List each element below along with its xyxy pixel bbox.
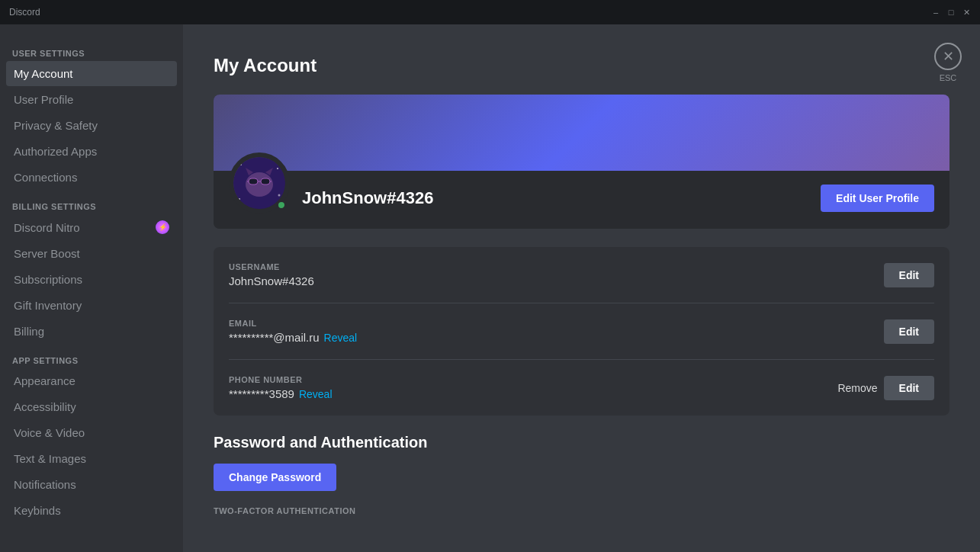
user-settings-section-label: User Settings [6, 43, 177, 61]
maximize-button[interactable]: □ [946, 8, 956, 17]
app-title: Discord [9, 7, 40, 18]
email-edit-button[interactable]: Edit [884, 319, 934, 344]
sidebar-item-gift-inventory[interactable]: Gift Inventory [6, 293, 177, 318]
billing-settings-section-label: Billing Settings [6, 196, 177, 214]
username-edit-button[interactable]: Edit [884, 263, 934, 287]
titlebar: Discord – □ ✕ [0, 0, 980, 24]
username-display: JohnSnow#4326 [302, 188, 808, 208]
email-value: **********@mail.ruReveal [229, 331, 884, 344]
change-password-button[interactable]: Change Password [214, 464, 336, 491]
sidebar-item-connections[interactable]: Connections [6, 165, 177, 190]
page-title: My Account [214, 55, 949, 76]
esc-label: ESC [940, 73, 957, 82]
phone-reveal-link[interactable]: Reveal [299, 388, 333, 400]
content-area: ✕ ESC My Account [183, 24, 980, 552]
username-actions: Edit [884, 263, 934, 287]
phone-label: PHONE NUMBER [229, 375, 837, 384]
username-field-content: USERNAME JohnSnow#4326 [229, 262, 884, 287]
sidebar: User Settings My Account User Profile Pr… [0, 24, 183, 552]
phone-actions: Remove Edit [837, 376, 934, 400]
sidebar-item-discord-nitro[interactable]: Discord Nitro ⚡ [6, 214, 177, 240]
phone-value: *********3589Reveal [229, 387, 837, 400]
account-fields-section: USERNAME JohnSnow#4326 Edit EMAIL ******… [214, 247, 949, 416]
sidebar-item-accessibility[interactable]: Accessibility [6, 394, 177, 419]
sidebar-item-voice-video[interactable]: Voice & Video [6, 420, 177, 445]
phone-field-row: PHONE NUMBER *********3589Reveal Remove … [229, 360, 934, 416]
username-label: USERNAME [229, 262, 884, 271]
password-section-title: Password and Authentication [214, 434, 949, 451]
phone-field-content: PHONE NUMBER *********3589Reveal [229, 375, 837, 400]
svg-point-11 [239, 198, 240, 200]
svg-point-12 [278, 194, 281, 197]
sidebar-item-billing[interactable]: Billing [6, 319, 177, 344]
username-value: JohnSnow#4326 [229, 274, 884, 287]
sidebar-item-authorized-apps[interactable]: Authorized Apps [6, 139, 177, 164]
svg-rect-4 [249, 178, 258, 185]
phone-masked: *********3589 [229, 387, 294, 400]
email-actions: Edit [884, 319, 934, 344]
close-settings-button[interactable]: ✕ [934, 43, 962, 70]
app-settings-section-label: App Settings [6, 350, 177, 368]
status-indicator [276, 200, 287, 210]
svg-point-1 [246, 172, 273, 197]
sidebar-item-server-boost[interactable]: Server Boost [6, 241, 177, 266]
profile-card: JohnSnow#4326 Edit User Profile [214, 95, 949, 229]
username-field-row: USERNAME JohnSnow#4326 Edit [229, 247, 934, 303]
profile-info: JohnSnow#4326 Edit User Profile [214, 171, 949, 229]
sidebar-item-notifications[interactable]: Notifications [6, 472, 177, 497]
sidebar-item-user-profile[interactable]: User Profile [6, 87, 177, 112]
email-field-content: EMAIL **********@mail.ruReveal [229, 319, 884, 344]
phone-edit-button[interactable]: Edit [884, 376, 934, 400]
avatar-wrap [229, 152, 290, 213]
svg-point-10 [277, 168, 278, 169]
two-fa-label: TWO-FACTOR AUTHENTICATION [214, 506, 949, 515]
close-button-wrap: ✕ ESC [934, 43, 962, 82]
edit-profile-button[interactable]: Edit User Profile [821, 185, 934, 212]
profile-banner [214, 95, 949, 171]
email-field-row: EMAIL **********@mail.ruReveal Edit [229, 303, 934, 360]
sidebar-item-my-account[interactable]: My Account [6, 61, 177, 86]
minimize-button[interactable]: – [931, 8, 940, 17]
sidebar-item-subscriptions[interactable]: Subscriptions [6, 267, 177, 292]
svg-rect-5 [261, 178, 270, 185]
window-controls: – □ ✕ [931, 8, 971, 17]
email-masked: **********@mail.ru [229, 331, 320, 344]
sidebar-item-privacy-safety[interactable]: Privacy & Safety [6, 113, 177, 138]
sidebar-item-text-images[interactable]: Text & Images [6, 446, 177, 471]
email-reveal-link[interactable]: Reveal [324, 332, 358, 344]
nitro-icon: ⚡ [156, 220, 169, 234]
app-body: User Settings My Account User Profile Pr… [0, 24, 980, 552]
sidebar-item-appearance[interactable]: Appearance [6, 368, 177, 393]
sidebar-item-keybinds[interactable]: Keybinds [6, 498, 177, 523]
svg-point-9 [240, 164, 242, 165]
close-window-button[interactable]: ✕ [962, 8, 971, 17]
phone-remove-link[interactable]: Remove [837, 382, 877, 394]
email-label: EMAIL [229, 319, 884, 328]
